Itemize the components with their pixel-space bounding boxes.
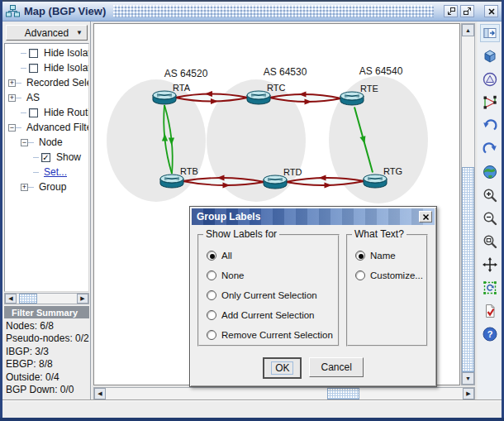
router-rte[interactable] [340,92,364,105]
tree-item-label[interactable]: AS [24,92,40,103]
map-vertical-scrollbar[interactable]: ▲ ▼ [461,23,475,385]
dialog-close-button[interactable] [419,211,432,222]
scroll-track[interactable] [17,294,77,304]
collapse-toggle-icon[interactable]: − [21,139,28,146]
tree-item-set[interactable]: Set... [5,165,88,179]
layout-spring-button[interactable] [480,93,500,112]
tree-item-show[interactable]: ✓Show [5,150,88,165]
zoom-in-button[interactable] [480,186,500,204]
report-check-button[interactable] [480,302,500,320]
chevron-down-icon: ▼ [76,29,83,36]
radio-button-icon[interactable] [355,251,365,261]
scroll-left-icon[interactable]: ◀ [5,294,17,304]
tree-item-label[interactable]: Hide Isolate [41,62,88,74]
collapse-panel-button[interactable] [480,24,500,42]
scroll-down-icon[interactable]: ▼ [462,372,474,385]
router-label-rtg: RTG [383,166,402,176]
mode-select-dropdown[interactable]: Advanced ▼ [6,25,88,41]
tree-item-label[interactable]: Advanced Filter [24,122,88,133]
undo-button[interactable] [480,117,500,135]
close-button[interactable] [484,5,498,17]
checkbox[interactable] [29,49,38,58]
collapse-toggle-icon[interactable]: − [8,124,16,132]
checkbox[interactable] [29,108,38,117]
scroll-thumb[interactable] [462,167,474,372]
cancel-button[interactable]: Cancel [309,357,363,377]
router-rtc[interactable] [247,91,270,104]
zoom-area-button[interactable] [480,232,500,251]
tree-link-label[interactable]: Set... [41,166,67,178]
help-button[interactable]: ? [480,325,500,343]
radio-remove-current-selection[interactable]: Remove Current Selection [199,325,338,345]
rotate-selection-button[interactable] [480,279,500,297]
tree-item-label[interactable]: Node [36,136,63,148]
radio-button-icon[interactable] [207,270,216,280]
tree-item-label[interactable]: Group [36,181,66,193]
radio-button-icon[interactable] [207,330,216,340]
expand-toggle-icon[interactable]: + [8,79,16,87]
map-bgp-window: Map (BGP View) Advanced ▼ Hide IsolateHi… [0,0,504,421]
topology-3d-icon [482,48,498,65]
radio-label: Remove Current Selection [221,330,333,340]
radio-all[interactable]: All [199,246,338,266]
tree-item-label[interactable]: Show [54,151,81,163]
router-label-rtc: RTC [267,83,285,93]
redo-button[interactable] [480,140,500,158]
scroll-right-icon[interactable]: ▶ [463,388,474,399]
restore-button[interactable] [444,5,458,17]
scroll-thumb[interactable] [327,388,359,399]
title-bar[interactable]: Map (BGP View) [2,2,502,22]
world-view-button[interactable] [480,163,500,181]
router-rta[interactable] [153,91,176,104]
tree-item-group[interactable]: +Group [5,179,88,194]
tree-item-hide-isolate[interactable]: Hide Isolate [5,45,88,60]
radio-button-icon[interactable] [207,310,216,320]
expand-toggle-icon[interactable]: + [8,94,16,102]
router-rtg[interactable] [364,175,387,188]
map-horizontal-scrollbar[interactable]: ◀ ▶ [93,387,475,400]
mode-select-value: Advanced [25,27,69,39]
tree-item-label[interactable]: Recorded Sele [24,77,88,89]
scroll-track[interactable] [106,388,463,399]
checkbox[interactable] [29,64,38,73]
as-label-as-64540: AS 64540 [359,65,403,77]
tree-item-recorded-sele[interactable]: +Recorded Sele [5,75,88,90]
window-frame-bottom [0,418,504,421]
collapse-panel-icon [482,25,498,41]
scroll-right-icon[interactable]: ▶ [77,294,88,304]
radio-button-icon[interactable] [355,270,365,280]
expand-toggle-icon[interactable]: + [21,184,28,191]
zoom-out-button[interactable] [480,209,500,227]
scroll-thumb[interactable] [19,294,37,304]
dialog-title-bar[interactable]: Group Labels [192,208,435,225]
tree-horizontal-scrollbar[interactable]: ◀ ▶ [4,293,89,304]
radio-button-icon[interactable] [207,251,216,261]
maximize-button[interactable] [460,5,474,17]
radio-add-current-selection[interactable]: Add Current Selection [199,305,338,325]
ok-button[interactable]: OK [263,357,302,379]
router-rtd[interactable] [264,175,287,189]
tree-item-node[interactable]: −Node [5,135,88,150]
what-text-options: NameCustomize... [348,236,426,285]
layout-circular-icon [482,71,498,88]
radio-none[interactable]: None [199,266,338,285]
router-rtb[interactable] [160,175,183,188]
scroll-left-icon[interactable]: ◀ [94,388,106,399]
tree-item-advanced-filter[interactable]: −Advanced Filter [5,120,88,135]
group-labels-dialog: Group Labels Show Labels for AllNoneOnly… [189,206,437,387]
tree-item-as[interactable]: +AS [5,90,88,105]
radio-customize[interactable]: Customize... [348,266,426,285]
tree-item-hide-isolate[interactable]: Hide Isolate [5,60,88,75]
radio-only-current-selection[interactable]: Only Current Selection [199,285,338,305]
checkbox[interactable]: ✓ [41,153,50,162]
scroll-track[interactable] [462,36,474,372]
scroll-up-icon[interactable]: ▲ [462,24,474,36]
tree-item-label[interactable]: Hide Routin [41,107,88,118]
pan-mode-button[interactable] [480,256,500,274]
radio-button-icon[interactable] [207,290,216,300]
tree-item-hide-routin[interactable]: Hide Routin [5,105,88,120]
layout-circular-button[interactable] [480,70,500,89]
radio-name[interactable]: Name [348,246,426,266]
topology-3d-button[interactable] [480,47,500,65]
tree-item-label[interactable]: Hide Isolate [41,47,88,59]
